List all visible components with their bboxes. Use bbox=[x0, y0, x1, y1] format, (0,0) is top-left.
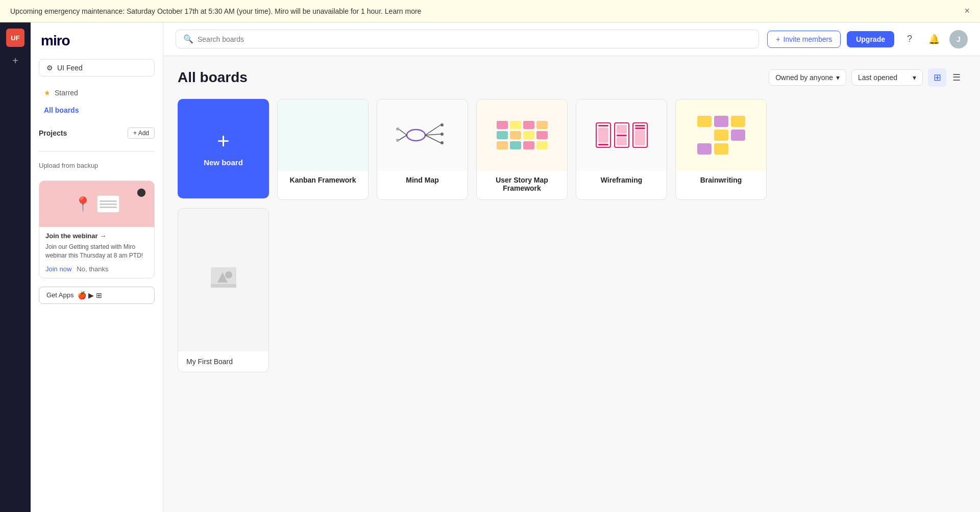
wf-box bbox=[598, 127, 608, 143]
wireframing-label: Wireframing bbox=[576, 171, 667, 191]
mindmap-svg bbox=[395, 115, 451, 156]
apple-icon: 🍎 bbox=[78, 291, 86, 299]
brain-cell bbox=[697, 130, 712, 141]
kanban-thumb bbox=[278, 99, 368, 171]
us-cell bbox=[523, 121, 534, 129]
brain-cell bbox=[714, 116, 728, 127]
card-line bbox=[100, 200, 117, 202]
grid-view-button[interactable]: ⊞ bbox=[928, 68, 946, 87]
brain-cell bbox=[731, 116, 745, 127]
wf-frame-2 bbox=[614, 122, 629, 148]
webinar-title[interactable]: Join the webinar → bbox=[45, 232, 148, 240]
maintenance-banner: Upcoming emergency maintenance: Saturday… bbox=[0, 0, 980, 22]
svg-point-0 bbox=[407, 130, 425, 141]
search-box: 🔍 bbox=[176, 30, 759, 48]
webinar-image-content: 📍 bbox=[74, 195, 119, 213]
new-board-label: New board bbox=[204, 158, 243, 167]
sidebar-item-all-boards[interactable]: All boards bbox=[39, 102, 155, 118]
webinar-image: 📍 ⬤ bbox=[39, 181, 154, 227]
add-workspace-icon[interactable]: + bbox=[12, 55, 18, 67]
kanban-label: Kanban Framework bbox=[278, 171, 368, 191]
mindmap-template-card[interactable]: Mind Map bbox=[377, 99, 468, 200]
search-icon: 🔍 bbox=[183, 34, 193, 44]
brain-cell bbox=[697, 143, 712, 155]
sidebar: miro ⚙ UI Feed ★ Starred All boards Proj… bbox=[31, 22, 163, 512]
svg-line-3 bbox=[425, 135, 440, 143]
gear-icon: ⚙ bbox=[46, 64, 53, 72]
map-pin-icon: 📍 bbox=[74, 196, 92, 213]
us-cell bbox=[497, 131, 508, 139]
kanban-template-card[interactable]: Kanban Framework bbox=[277, 99, 369, 200]
help-button[interactable]: ? bbox=[900, 30, 919, 48]
owner-filter-chevron: ▾ bbox=[836, 73, 840, 82]
notifications-button[interactable]: 🔔 bbox=[925, 30, 943, 48]
no-thanks-link[interactable]: No, thanks bbox=[77, 265, 108, 273]
join-now-link[interactable]: Join now bbox=[45, 265, 71, 273]
boards-title: All boards bbox=[178, 69, 248, 86]
search-input[interactable] bbox=[198, 35, 751, 43]
wf-line bbox=[598, 144, 608, 145]
owner-filter-label: Owned by anyone bbox=[775, 73, 833, 82]
icon-bar: UF + bbox=[0, 22, 31, 512]
upload-section: Upload from backup bbox=[31, 156, 163, 181]
list-view-button[interactable]: ☰ bbox=[947, 68, 966, 87]
brain-cell bbox=[714, 130, 728, 141]
top-bar-actions: + Invite members Upgrade ? 🔔 J bbox=[767, 30, 968, 48]
sort-filter-chevron: ▾ bbox=[913, 73, 916, 82]
svg-line-7 bbox=[399, 129, 407, 135]
svg-point-6 bbox=[440, 141, 444, 144]
userstory-thumb bbox=[477, 99, 567, 171]
us-cell bbox=[510, 141, 521, 149]
logo-area: miro bbox=[31, 33, 163, 59]
card-lines bbox=[100, 200, 117, 208]
boards-grid-templates: + New board bbox=[178, 99, 966, 200]
kanban-cols bbox=[318, 124, 328, 146]
svg-rect-14 bbox=[211, 284, 236, 288]
brain-cell bbox=[731, 130, 745, 141]
invite-members-button[interactable]: + Invite members bbox=[767, 31, 841, 48]
mfb-thumb bbox=[178, 209, 268, 351]
mfb-label: My First Board bbox=[178, 351, 268, 372]
card-icon bbox=[97, 195, 119, 213]
banner-close-button[interactable]: × bbox=[964, 6, 970, 16]
windows-icon: ⊞ bbox=[96, 291, 102, 299]
add-project-button[interactable]: + Add bbox=[128, 127, 155, 139]
upgrade-button[interactable]: Upgrade bbox=[847, 31, 894, 47]
sort-filter-label: Last opened bbox=[858, 73, 897, 82]
invite-label: Invite members bbox=[783, 35, 832, 43]
user-avatar[interactable]: J bbox=[949, 30, 968, 48]
plus-icon: + bbox=[776, 35, 780, 43]
brainwriting-template-card[interactable]: Brainwriting bbox=[675, 99, 767, 200]
sidebar-item-starred[interactable]: ★ Starred bbox=[39, 85, 155, 101]
svg-point-10 bbox=[396, 139, 399, 142]
dot-decor: ⬤ bbox=[137, 187, 146, 197]
brain-cell bbox=[697, 116, 712, 127]
boards-header: All boards Owned by anyone ▾ Last opened… bbox=[178, 68, 966, 87]
us-cell bbox=[536, 131, 548, 139]
new-board-card[interactable]: + New board bbox=[178, 99, 269, 198]
ui-feed-label: UI Feed bbox=[57, 64, 83, 72]
ui-feed-button[interactable]: ⚙ UI Feed bbox=[39, 59, 155, 76]
owner-filter-button[interactable]: Owned by anyone ▾ bbox=[769, 69, 846, 86]
webinar-body: Join the webinar → Join our Getting star… bbox=[39, 227, 154, 278]
user-avatar-small[interactable]: UF bbox=[6, 29, 24, 47]
us-cell bbox=[523, 131, 534, 139]
miro-logo: miro bbox=[41, 33, 153, 49]
my-first-board-card[interactable]: My First Board bbox=[178, 208, 269, 372]
svg-line-1 bbox=[425, 125, 440, 135]
wireframing-template-card[interactable]: Wireframing bbox=[576, 99, 667, 200]
get-apps-button[interactable]: Get Apps 🍎 ▶ ⊞ bbox=[39, 287, 155, 304]
svg-point-4 bbox=[440, 123, 444, 126]
wf-box bbox=[617, 137, 627, 146]
svg-line-8 bbox=[399, 135, 407, 140]
userstory-template-card[interactable]: User Story Map Framework bbox=[476, 99, 568, 200]
mfb-icon bbox=[208, 265, 239, 296]
banner-text: Upcoming emergency maintenance: Saturday… bbox=[10, 7, 421, 15]
svg-line-2 bbox=[425, 134, 440, 135]
wf-frame-3 bbox=[632, 122, 648, 148]
new-board-plus-icon: + bbox=[217, 131, 230, 152]
view-toggle: ⊞ ☰ bbox=[928, 68, 966, 87]
wf-line bbox=[598, 125, 608, 126]
sort-filter-button[interactable]: Last opened ▾ bbox=[851, 69, 923, 86]
filter-row: Owned by anyone ▾ Last opened ▾ ⊞ ☰ bbox=[769, 68, 966, 87]
